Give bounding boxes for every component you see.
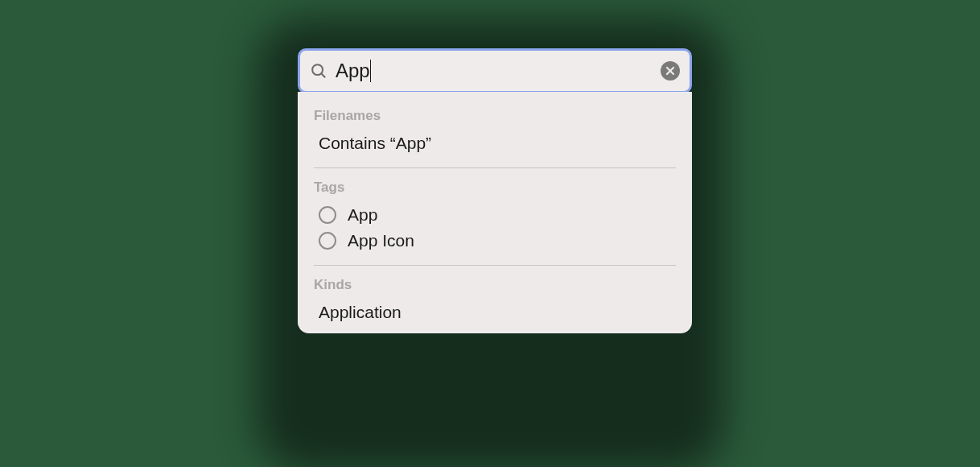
tag-circle-icon: [319, 206, 336, 224]
divider: [314, 265, 676, 266]
text-cursor: [370, 60, 372, 82]
tag-circle-icon: [319, 232, 336, 250]
svg-point-0: [312, 64, 323, 75]
suggestions-dropdown: Filenames Contains “App” Tags App App Ic…: [298, 92, 692, 333]
section-header-kinds: Kinds: [314, 277, 676, 293]
suggestion-tag[interactable]: App Icon: [314, 228, 676, 254]
suggestion-label: App Icon: [348, 231, 414, 250]
section-filenames: Filenames Contains “App”: [298, 108, 692, 156]
search-input-value: App: [336, 60, 370, 82]
search-input[interactable]: App: [336, 60, 653, 82]
section-tags: Tags App App Icon: [298, 180, 692, 254]
search-field[interactable]: App: [298, 48, 692, 93]
clear-button[interactable]: [661, 61, 680, 81]
section-kinds: Kinds Application: [298, 277, 692, 325]
svg-line-1: [321, 73, 325, 77]
section-header-tags: Tags: [314, 180, 676, 196]
suggestion-label: App: [348, 205, 377, 225]
suggestion-kind[interactable]: Application: [314, 300, 676, 325]
suggestion-filename[interactable]: Contains “App”: [314, 130, 676, 156]
divider: [314, 167, 676, 168]
search-icon: [310, 62, 327, 80]
suggestion-label: Application: [319, 303, 401, 322]
section-header-filenames: Filenames: [314, 108, 676, 124]
suggestion-label: Contains “App”: [319, 134, 431, 153]
suggestion-tag[interactable]: App: [314, 202, 676, 228]
search-popup: App Filenames Contains “App” Tags: [298, 48, 692, 333]
